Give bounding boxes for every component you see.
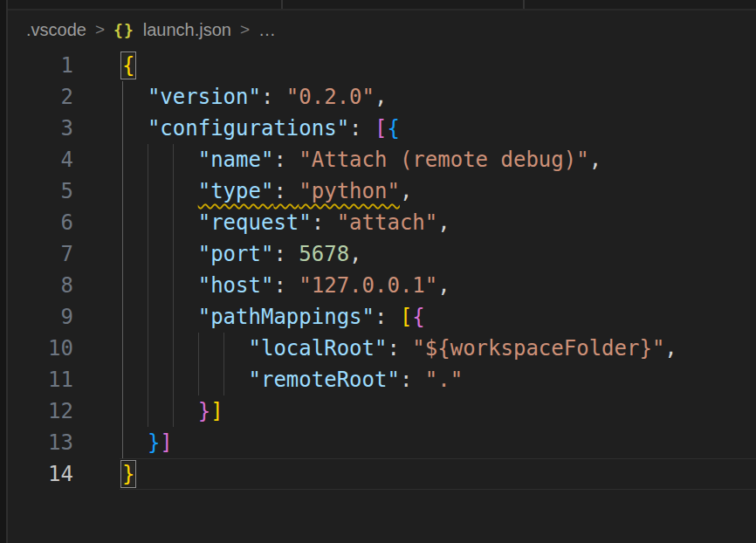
breadcrumb-file[interactable]: launch.json [143, 20, 231, 40]
code-token: "name" [198, 148, 274, 172]
editor-code-area[interactable]: 1{2 "version": "0.2.0",3 "configurations… [0, 50, 756, 490]
code-line-text[interactable]: }] [122, 427, 173, 458]
code-token: , [589, 148, 601, 172]
line-number[interactable]: 14 [0, 458, 73, 490]
code-line[interactable]: 9 "pathMappings": [{ [0, 301, 756, 333]
code-token [122, 399, 198, 423]
code-token: 5678 [299, 242, 349, 266]
breadcrumb-symbol-more[interactable]: … [258, 20, 276, 40]
code-token: "version" [148, 85, 261, 109]
code-line[interactable]: 13 }] [0, 427, 756, 458]
code-token: "request" [198, 210, 312, 235]
code-token: : [375, 305, 400, 329]
code-token: { [387, 116, 399, 141]
code-line[interactable]: 3 "configurations": [{ [0, 113, 756, 144]
code-token: "localRoot" [249, 336, 388, 361]
code-line-text[interactable]: "remoteRoot": "." [122, 364, 463, 395]
code-line[interactable]: 4 "name": "Attach (remote debug)", [0, 144, 756, 175]
code-line[interactable]: 12 }] [0, 395, 756, 427]
code-line-text[interactable]: { [122, 50, 134, 81]
code-token: , [664, 336, 677, 361]
code-line-text[interactable]: "type": "python", [122, 175, 412, 207]
code-token: "configurations" [148, 116, 349, 141]
code-line-text[interactable]: } [122, 458, 134, 490]
code-line-text[interactable]: "version": "0.2.0", [122, 81, 387, 113]
code-token: "${workspaceFolder}" [412, 336, 664, 361]
code-line-text[interactable]: "pathMappings": [{ [122, 301, 425, 333]
code-token: : [261, 85, 286, 109]
line-number[interactable]: 11 [0, 364, 73, 395]
code-line-text[interactable]: }] [122, 395, 223, 427]
code-token: "remoteRoot" [249, 368, 400, 392]
code-token [122, 179, 198, 203]
breadcrumb-folder[interactable]: .vscode [26, 20, 86, 40]
code-line[interactable]: 8 "host": "127.0.0.1", [0, 270, 756, 301]
line-number[interactable]: 4 [0, 144, 73, 175]
code-token [122, 368, 249, 392]
code-line[interactable]: 7 "port": 5678, [0, 238, 756, 270]
line-number[interactable]: 9 [0, 301, 73, 333]
code-token: "type" [198, 179, 274, 203]
code-token: "attach" [337, 210, 438, 235]
code-line[interactable]: 6 "request": "attach", [0, 207, 756, 238]
code-token: : [273, 242, 299, 266]
editor-group-left-border [0, 0, 8, 543]
warning-squiggle: "type": "python" [198, 179, 400, 203]
code-token: : [312, 210, 337, 235]
json-file-icon: {} [113, 21, 134, 39]
tab-divider [281, 0, 283, 9]
code-token: } [198, 399, 210, 423]
code-token: ] [160, 430, 172, 455]
breadcrumb: .vscode > {} launch.json > … [8, 10, 756, 49]
line-number[interactable]: 2 [0, 81, 73, 113]
code-token: } [148, 430, 160, 455]
code-line[interactable]: 14} [0, 458, 756, 490]
line-number[interactable]: 8 [0, 270, 73, 301]
code-line-text[interactable]: "configurations": [{ [122, 113, 400, 144]
code-line[interactable]: 10 "localRoot": "${workspaceFolder}", [0, 333, 756, 364]
code-token: "python" [299, 179, 400, 203]
line-number[interactable]: 13 [0, 427, 73, 458]
line-number[interactable]: 7 [0, 238, 73, 270]
code-line-text[interactable]: "port": 5678, [122, 238, 362, 270]
code-line[interactable]: 1{ [0, 50, 756, 81]
code-token: : [387, 336, 412, 361]
code-token [122, 210, 198, 235]
code-token: "pathMappings" [198, 305, 375, 329]
code-token: , [349, 242, 361, 266]
code-line-text[interactable]: "name": "Attach (remote debug)", [122, 144, 601, 175]
current-line-highlight [120, 458, 756, 490]
code-line[interactable]: 5 "type": "python", [0, 175, 756, 207]
code-line[interactable]: 2 "version": "0.2.0", [0, 81, 756, 113]
code-token [122, 148, 198, 172]
code-token: [ [375, 116, 387, 141]
code-token: : [349, 116, 375, 141]
code-token [122, 305, 198, 329]
code-token: "Attach (remote debug)" [299, 148, 588, 172]
line-number[interactable]: 1 [0, 50, 73, 81]
code-token: : [273, 179, 299, 203]
line-number[interactable]: 5 [0, 175, 73, 207]
code-token [122, 85, 148, 109]
line-number[interactable]: 10 [0, 333, 73, 364]
code-token: "127.0.0.1" [299, 273, 437, 298]
code-token [122, 116, 148, 141]
chevron-right-icon: > [95, 20, 105, 39]
code-token: ] [210, 399, 223, 423]
code-line-text[interactable]: "localRoot": "${workspaceFolder}", [122, 333, 677, 364]
code-token [122, 336, 249, 361]
code-token: : [273, 273, 299, 298]
code-line-text[interactable]: "host": "127.0.0.1", [122, 270, 450, 301]
line-number[interactable]: 6 [0, 207, 73, 238]
code-line[interactable]: 11 "remoteRoot": "." [0, 364, 756, 395]
tab-bar-strip [0, 0, 756, 10]
code-line-text[interactable]: "request": "attach", [122, 207, 450, 238]
line-number[interactable]: 3 [0, 113, 73, 144]
tab-divider [523, 0, 525, 9]
code-token: : [273, 148, 299, 172]
code-token: [ [400, 305, 412, 329]
code-token: , [375, 85, 387, 109]
code-token [122, 273, 198, 298]
line-number[interactable]: 12 [0, 395, 73, 427]
chevron-right-icon: > [240, 20, 250, 39]
